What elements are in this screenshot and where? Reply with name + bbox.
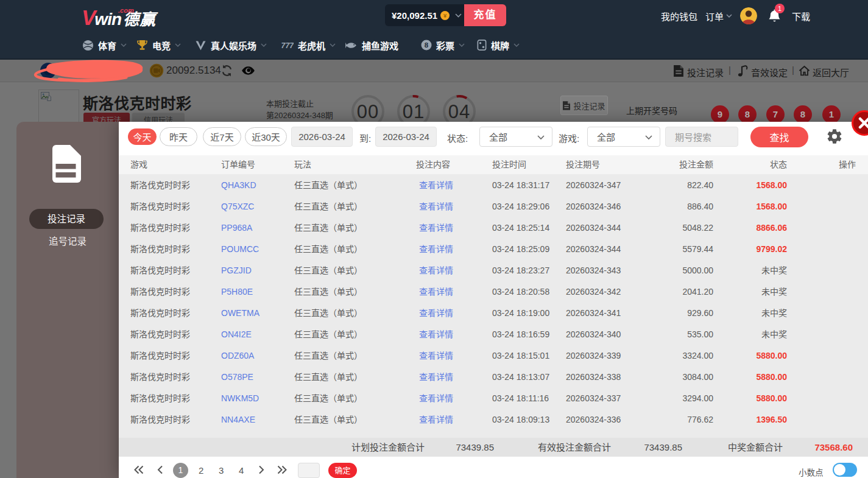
svg-text:777: 777 xyxy=(281,41,294,50)
svg-text:8: 8 xyxy=(425,41,429,49)
svg-text:¥: ¥ xyxy=(443,13,447,19)
